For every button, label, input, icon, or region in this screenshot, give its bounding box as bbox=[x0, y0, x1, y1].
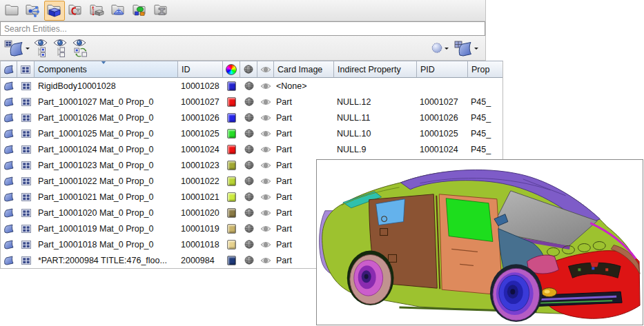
geometry-toggle-cell[interactable] bbox=[240, 236, 257, 252]
color-chip[interactable] bbox=[227, 208, 236, 218]
car-front-wheel bbox=[490, 264, 543, 322]
visibility-toggle-cell[interactable] bbox=[257, 189, 274, 205]
color-chip[interactable] bbox=[227, 192, 236, 202]
row-component-icon-cell bbox=[1, 141, 17, 157]
header-pid[interactable]: PID bbox=[417, 61, 468, 78]
geometry-toggle-cell[interactable] bbox=[240, 125, 257, 141]
color-cell[interactable] bbox=[223, 157, 240, 173]
row-component-icon-cell bbox=[1, 173, 17, 189]
color-chip[interactable] bbox=[227, 145, 236, 154]
color-chip[interactable] bbox=[227, 161, 236, 170]
geometry-toggle-cell[interactable] bbox=[240, 157, 257, 173]
components-view-icon bbox=[3, 39, 24, 57]
connections-folder-button[interactable] bbox=[23, 1, 43, 21]
beam-sections-folder-button[interactable] bbox=[151, 1, 172, 21]
table-row[interactable]: RigidBody10001028 10001028 <None> bbox=[1, 78, 502, 94]
color-chip[interactable] bbox=[227, 113, 236, 123]
color-chip[interactable] bbox=[227, 224, 236, 234]
color-cell[interactable] bbox=[223, 141, 240, 157]
chevron-down-icon bbox=[474, 48, 478, 52]
grid-window-icon bbox=[20, 160, 32, 171]
model-viewport[interactable] bbox=[316, 159, 643, 325]
row-component-icon-cell bbox=[1, 221, 17, 236]
color-chip[interactable] bbox=[227, 256, 236, 265]
table-row[interactable]: Part_10001024 Mat_0 Prop_0 10001024 Part… bbox=[1, 141, 502, 157]
geometry-toggle-cell[interactable] bbox=[240, 141, 257, 157]
color-chip[interactable] bbox=[227, 129, 236, 139]
header-id[interactable]: ID bbox=[178, 61, 223, 78]
geometry-toggle-cell[interactable] bbox=[240, 221, 257, 236]
selector-sphere-button[interactable] bbox=[429, 37, 451, 59]
visibility-toggle-cell[interactable] bbox=[257, 221, 274, 236]
color-chip[interactable] bbox=[227, 240, 236, 249]
geometry-toggle-cell[interactable] bbox=[240, 94, 257, 110]
card-image-value: Part bbox=[274, 94, 334, 110]
grid-window-icon bbox=[20, 144, 32, 155]
visibility-toggle-cell[interactable] bbox=[257, 205, 274, 221]
header-indirect-property[interactable]: Indirect Property bbox=[334, 61, 417, 78]
color-chip[interactable] bbox=[227, 176, 236, 186]
row-component-icon-cell bbox=[1, 157, 17, 173]
color-cell[interactable] bbox=[223, 110, 240, 125]
prop-value: P45_ bbox=[468, 110, 502, 125]
eye-icon bbox=[260, 130, 271, 137]
geometry-toggle-cell[interactable] bbox=[240, 189, 257, 205]
visibility-toggle-cell[interactable] bbox=[257, 110, 274, 125]
components-folder-button[interactable] bbox=[44, 1, 65, 21]
entity-browser-screen: t bbox=[0, 0, 644, 326]
header-components[interactable]: Components bbox=[35, 61, 178, 78]
materials-folder-button[interactable] bbox=[130, 1, 150, 21]
visibility-toggle-cell[interactable] bbox=[257, 252, 274, 268]
header-card-image[interactable]: Card Image bbox=[274, 61, 334, 78]
geometry-toggle-cell[interactable] bbox=[240, 252, 257, 268]
header-geometry-col[interactable] bbox=[240, 61, 257, 78]
grid-window-icon bbox=[20, 255, 32, 266]
card-image-value: Part bbox=[274, 110, 334, 125]
header-color-col[interactable] bbox=[223, 61, 240, 78]
sections-folder-button[interactable] bbox=[66, 1, 86, 21]
visibility-toggle-cell[interactable] bbox=[257, 141, 274, 157]
header-component-icon-col[interactable] bbox=[1, 61, 17, 78]
pid-value: 10001026 bbox=[417, 110, 468, 125]
visibility-toggle-cell[interactable] bbox=[257, 173, 274, 189]
visibility-toggle-cell[interactable] bbox=[257, 125, 274, 141]
entities-folder-button[interactable] bbox=[1, 1, 22, 21]
header-grid-icon-col[interactable] bbox=[17, 61, 35, 78]
table-row[interactable]: Part_10001026 Mat_0 Prop_0 10001026 Part… bbox=[1, 110, 502, 125]
card-image-value: Part bbox=[274, 141, 334, 157]
geometry-toggle-cell[interactable] bbox=[240, 173, 257, 189]
components-view-button[interactable] bbox=[2, 37, 32, 59]
visibility-toggle-cell[interactable] bbox=[257, 236, 274, 252]
mesh-sphere-icon bbox=[244, 207, 255, 218]
color-cell[interactable] bbox=[223, 205, 240, 221]
grid-window-icon bbox=[20, 239, 32, 250]
reverse-visibility-button[interactable] bbox=[70, 37, 91, 59]
color-chip[interactable] bbox=[227, 97, 236, 107]
geometry-toggle-cell[interactable] bbox=[240, 78, 257, 94]
geometry-toggle-cell[interactable] bbox=[240, 110, 257, 125]
row-grid-icon-cell bbox=[17, 78, 35, 94]
color-cell[interactable] bbox=[223, 125, 240, 141]
color-cell[interactable] bbox=[223, 221, 240, 236]
geometry-toggle-cell[interactable] bbox=[240, 205, 257, 221]
components-display-button[interactable] bbox=[451, 37, 480, 59]
header-prop[interactable]: Prop bbox=[468, 61, 502, 78]
hide-all-button[interactable] bbox=[51, 37, 70, 59]
visibility-toggle-cell[interactable] bbox=[257, 78, 274, 94]
color-cell[interactable] bbox=[223, 78, 240, 94]
visibility-toggle-cell[interactable] bbox=[257, 157, 274, 173]
table-row[interactable]: Part_10001027 Mat_0 Prop_0 10001027 Part… bbox=[1, 94, 502, 110]
color-cell[interactable] bbox=[223, 252, 240, 268]
color-cell[interactable] bbox=[223, 236, 240, 252]
color-cell[interactable] bbox=[223, 94, 240, 110]
color-chip[interactable] bbox=[227, 81, 236, 91]
mesh-folder-button[interactable] bbox=[108, 1, 129, 21]
color-cell[interactable] bbox=[223, 173, 240, 189]
table-row[interactable]: Part_10001025 Mat_0 Prop_0 10001025 Part… bbox=[1, 125, 502, 141]
color-cell[interactable] bbox=[223, 189, 240, 205]
search-input[interactable] bbox=[0, 21, 485, 36]
visibility-toggle-cell[interactable] bbox=[257, 94, 274, 110]
show-all-button[interactable] bbox=[32, 37, 51, 59]
thickness-folder-button[interactable]: t bbox=[87, 1, 108, 21]
header-visibility-col[interactable] bbox=[257, 61, 274, 78]
